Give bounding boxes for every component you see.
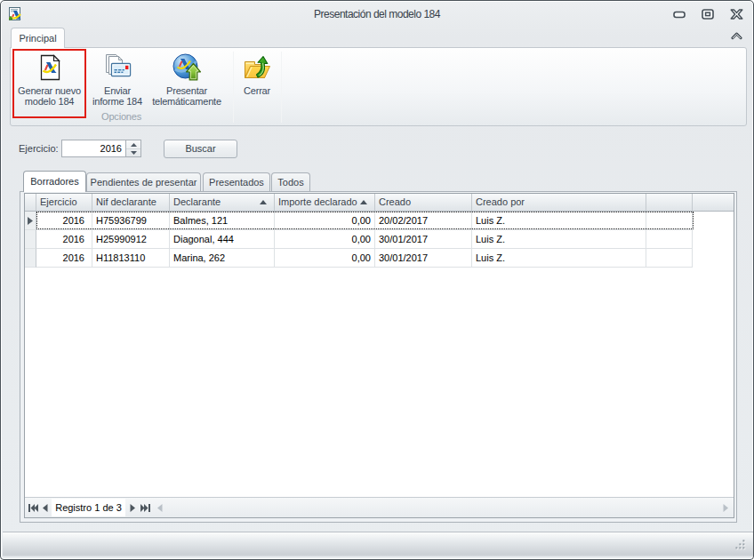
cell-declarante[interactable]: Diagonal, 444 xyxy=(170,230,275,249)
tab-todos[interactable]: Todos xyxy=(271,172,310,192)
chevron-up-icon[interactable] xyxy=(731,31,742,40)
button-label: Presentar telemáticamente xyxy=(149,85,224,107)
ejercicio-value[interactable]: 2016 xyxy=(100,140,122,156)
grid-row-2[interactable]: 2016 H25990912 Diagonal, 444 0,00 30/01/… xyxy=(25,230,734,249)
sort-ascending-icon xyxy=(260,200,267,204)
column-header-ejercicio[interactable]: Ejercicio xyxy=(36,194,92,211)
cell-filler xyxy=(646,230,693,249)
group-separator xyxy=(281,52,282,123)
last-record-button[interactable] xyxy=(140,498,150,517)
record-counter: Registro 1 de 3 xyxy=(52,499,125,516)
cell-creado-por[interactable]: Luis Z. xyxy=(472,230,646,249)
ejercicio-spinedit[interactable]: 2016 xyxy=(61,140,141,157)
first-record-button[interactable] xyxy=(28,498,38,517)
ribbon-tab-principal[interactable]: Principal xyxy=(11,28,65,48)
row-indicator-cell xyxy=(25,249,36,268)
ribbon-body: Generar nuevo modelo 184 Enviar inform xyxy=(10,47,747,126)
cell-importe[interactable]: 0,00 xyxy=(275,230,375,249)
presentar-telematicamente-button[interactable]: Presentar telemáticamente xyxy=(149,49,224,118)
header-indicator-cell xyxy=(25,194,36,211)
resize-grip[interactable] xyxy=(735,540,748,552)
column-header-creado-por[interactable]: Creado por xyxy=(472,194,646,211)
button-label: Enviar informe 184 xyxy=(85,85,149,107)
globe-upload-icon xyxy=(172,53,201,82)
grid-header: Ejercicio Nif declarante Declarante Impo… xyxy=(25,194,734,212)
maximize-button[interactable] xyxy=(697,1,718,28)
highlight-border xyxy=(12,49,86,118)
status-bar xyxy=(3,532,753,556)
row-indicator-cell xyxy=(25,212,36,230)
column-header-creado[interactable]: Creado xyxy=(375,194,472,211)
cell-filler xyxy=(646,249,693,268)
enviar-informe-button[interactable]: Enviar informe 184 xyxy=(85,49,149,118)
column-header-importe-declarado[interactable]: Importe declarado xyxy=(275,194,375,211)
tab-presentados[interactable]: Presentados xyxy=(203,172,270,192)
scroll-right-button[interactable] xyxy=(723,498,728,517)
column-header-nif-declarante[interactable]: Nif declarante xyxy=(92,194,170,211)
row-indicator-cell xyxy=(25,230,36,249)
column-header-declarante[interactable]: Declarante xyxy=(170,194,275,211)
cell-ejercicio[interactable]: 2016 xyxy=(36,249,92,268)
cell-creado[interactable]: 30/01/2017 xyxy=(375,230,472,249)
cell-declarante[interactable]: Marina, 262 xyxy=(170,249,275,268)
data-grid: Ejercicio Nif declarante Declarante Impo… xyxy=(24,193,734,518)
spin-down-button[interactable] xyxy=(126,148,140,156)
cerrar-button[interactable]: Cerrar xyxy=(235,49,279,118)
cell-nif[interactable]: H11813110 xyxy=(92,249,170,268)
tab-borradores[interactable]: Borradores xyxy=(23,171,86,192)
cell-creado[interactable]: 30/01/2017 xyxy=(375,249,472,268)
grid-row-3[interactable]: 2016 H11813110 Marina, 262 0,00 30/01/20… xyxy=(25,249,734,268)
sort-ascending-icon xyxy=(360,200,367,204)
button-label: Cerrar xyxy=(235,85,279,96)
record-navigator: Registro 1 de 3 xyxy=(25,497,734,517)
spin-buttons xyxy=(125,140,140,156)
window-title: Presentación del modelo 184 xyxy=(1,1,753,28)
header-filler-cell xyxy=(646,194,693,211)
group-separator xyxy=(233,52,234,123)
next-record-button[interactable] xyxy=(130,498,135,517)
app-window: Presentación del modelo 184 Principal xyxy=(0,0,754,560)
spin-up-button[interactable] xyxy=(126,140,140,148)
tab-pendientes-de-presentar[interactable]: Pendientes de presentar xyxy=(86,172,201,192)
ejercicio-label: Ejercicio: xyxy=(19,143,59,154)
buscar-button[interactable]: Buscar xyxy=(164,140,237,158)
scroll-left-button[interactable] xyxy=(157,498,163,517)
tab-strip: Borradores Pendientes de presentar Prese… xyxy=(1,171,753,192)
cell-creado-por[interactable]: Luis Z. xyxy=(472,249,646,268)
cell-importe[interactable]: 0,00 xyxy=(275,249,375,268)
close-button[interactable] xyxy=(726,1,747,28)
title-bar: Presentación del modelo 184 xyxy=(1,1,753,28)
previous-record-button[interactable] xyxy=(43,498,48,517)
cell-ejercicio[interactable]: 2016 xyxy=(36,230,92,249)
focused-row-arrow-icon xyxy=(28,217,33,225)
minimize-button[interactable] xyxy=(669,1,690,28)
focused-row-outline xyxy=(36,212,694,229)
cell-nif[interactable]: H25990912 xyxy=(92,230,170,249)
send-report-icon xyxy=(103,53,132,82)
open-folder-arrow-icon xyxy=(243,53,271,82)
